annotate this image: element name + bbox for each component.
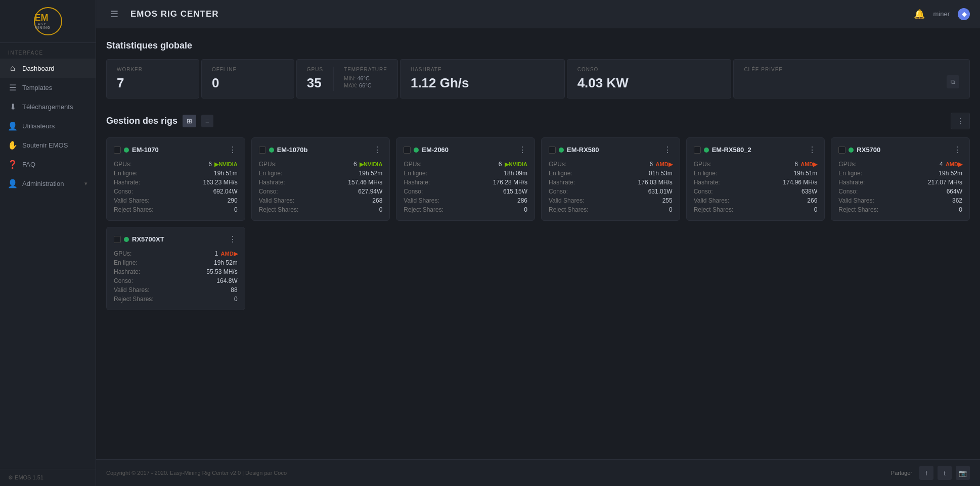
rigs-more-button[interactable]: ⋮ xyxy=(951,113,970,129)
admin-icon: 👤 xyxy=(8,179,17,188)
rig-stat-key-conso: Conso: xyxy=(838,188,858,195)
rig-stat-online: En ligne: 19h 51m xyxy=(694,170,818,177)
rig-stat-reject: Reject Shares: 0 xyxy=(404,206,527,213)
gpu-brand-badge: AMD▶ xyxy=(946,161,962,167)
rig-stat-online: En ligne: 01h 53m xyxy=(549,170,673,177)
rig-menu-button[interactable]: ⋮ xyxy=(228,145,238,155)
rig-stat-key-gpus: GPUs: xyxy=(838,161,856,168)
rig-stat-val-valid: 268 xyxy=(372,197,382,204)
stat-label-conso: CONSO xyxy=(577,67,721,72)
instagram-button[interactable]: 📷 xyxy=(956,466,970,480)
rig-stat-val-valid: 362 xyxy=(952,197,962,204)
sidebar-item-users[interactable]: 👤 Utilisateurs xyxy=(0,116,96,135)
rig-stat-val-reject: 0 xyxy=(669,206,673,213)
rig-status-dot xyxy=(559,148,564,153)
rig-checkbox[interactable] xyxy=(259,147,266,154)
rig-stat-val-gpus: 4 AMD▶ xyxy=(940,161,962,168)
rig-stat-valid: Valid Shares: 88 xyxy=(114,286,238,294)
bell-icon[interactable]: 🔔 xyxy=(914,9,925,20)
rig-card-header: RX5700 ⋮ xyxy=(838,145,962,155)
sidebar-item-templates[interactable]: ☰ Templates xyxy=(0,78,96,97)
rig-menu-button[interactable]: ⋮ xyxy=(228,234,238,244)
sidebar-item-label: Administration xyxy=(22,180,79,187)
rig-checkbox[interactable] xyxy=(838,147,845,154)
rig-menu-button[interactable]: ⋮ xyxy=(372,145,382,155)
rig-card-rx5700xt: RX5700XT ⋮ GPUs: 1 AMD▶ En ligne: 19h 52… xyxy=(106,227,245,310)
sidebar-item-administration[interactable]: 👤 Administration ▾ xyxy=(0,174,96,193)
rig-stats: GPUs: 6 AMD▶ En ligne: 01h 53m Hashrate:… xyxy=(549,161,673,213)
rig-menu-button[interactable]: ⋮ xyxy=(807,145,817,155)
rig-stat-key-reject: Reject Shares: xyxy=(404,206,443,213)
logo-em: EM xyxy=(35,13,61,22)
rig-name: EM-1070 xyxy=(132,146,225,154)
topbar-username[interactable]: miner xyxy=(933,10,950,18)
rig-stat-val-conso: 615.15W xyxy=(503,188,527,195)
sidebar-item-label: Dashboard xyxy=(22,65,87,72)
rig-stat-val-hashrate: 176.03 MH/s xyxy=(638,179,673,186)
rig-stat-val-hashrate: 55.53 MH/s xyxy=(206,268,237,275)
rig-stat-key-valid: Valid Shares: xyxy=(694,197,729,204)
rig-stat-val-conso: 664W xyxy=(947,188,962,195)
sidebar-item-support[interactable]: ✋ Soutenir EMOS xyxy=(0,135,96,155)
stat-value-worker: 7 xyxy=(117,75,189,91)
sidebar-section-label: INTERFACE xyxy=(0,43,96,59)
rig-card-em2060: EM-2060 ⋮ GPUs: 6 ▶NVIDIA En ligne: 18h … xyxy=(396,137,535,221)
rig-stat-val-hashrate: 163.23 MH/s xyxy=(203,179,238,186)
rig-stat-key-valid: Valid Shares: xyxy=(259,197,294,204)
stat-value-hashrate: 1.12 Gh/s xyxy=(411,75,554,91)
rig-checkbox[interactable] xyxy=(549,147,556,154)
home-icon: ⌂ xyxy=(8,64,17,73)
rig-menu-button[interactable]: ⋮ xyxy=(662,145,673,155)
rig-stats: GPUs: 4 AMD▶ En ligne: 19h 52m Hashrate:… xyxy=(838,161,962,213)
list-view-button[interactable]: ≡ xyxy=(201,115,213,127)
facebook-button[interactable]: f xyxy=(919,466,933,480)
rig-status-dot xyxy=(269,148,274,153)
main-content: ☰ EMOS RIG CENTER 🔔 miner ◆ Statistiques… xyxy=(96,0,980,486)
rig-card-emrx580_2: EM-RX580_2 ⋮ GPUs: 6 AMD▶ En ligne: 19h … xyxy=(686,137,825,221)
rig-stat-key-hashrate: Hashrate: xyxy=(549,179,575,186)
menu-toggle-button[interactable]: ☰ xyxy=(106,6,122,23)
rig-card-em1070b: EM-1070b ⋮ GPUs: 6 ▶NVIDIA En ligne: 19h… xyxy=(251,137,390,221)
sidebar-logo: EM EASY MINING xyxy=(0,0,96,43)
rig-stat-key-reject: Reject Shares: xyxy=(694,206,734,213)
rig-checkbox[interactable] xyxy=(114,236,121,243)
rig-card-emrx580: EM-RX580 ⋮ GPUs: 6 AMD▶ En ligne: 01h 53… xyxy=(541,137,680,221)
copy-button[interactable]: ⧉ xyxy=(947,75,959,88)
twitter-button[interactable]: t xyxy=(938,466,952,480)
rig-stat-conso: Conso: 692.04W xyxy=(114,188,238,195)
rig-status-dot xyxy=(124,148,129,153)
rigs-grid: EM-1070 ⋮ GPUs: 6 ▶NVIDIA En ligne: 19h … xyxy=(106,137,970,310)
sidebar-item-faq[interactable]: ❓ FAQ xyxy=(0,155,96,174)
sidebar-item-label: Utilisateurs xyxy=(22,122,87,130)
sidebar: EM EASY MINING INTERFACE ⌂ Dashboard ☰ T… xyxy=(0,0,96,486)
rig-stat-key-conso: Conso: xyxy=(114,277,133,284)
rig-name: RX5700 xyxy=(857,146,949,154)
rig-stat-conso: Conso: 631.01W xyxy=(549,188,673,195)
gpu-brand-badge: ▶NVIDIA xyxy=(360,161,382,167)
rig-stat-key-gpus: GPUs: xyxy=(114,161,131,168)
grid-view-button[interactable]: ⊞ xyxy=(183,115,196,127)
rig-status-dot xyxy=(704,148,709,153)
footer-social: Partager f t 📷 xyxy=(891,466,970,480)
rig-stat-key-reject: Reject Shares: xyxy=(259,206,299,213)
rig-checkbox[interactable] xyxy=(114,147,121,154)
rig-checkbox[interactable] xyxy=(404,147,411,154)
gpu-brand-badge: AMD▶ xyxy=(656,161,673,167)
rig-name: RX5700XT xyxy=(132,235,225,243)
logo: EM EASY MINING xyxy=(34,7,62,35)
rig-stat-key-online: En ligne: xyxy=(114,259,138,266)
rig-stat-val-conso: 631.01W xyxy=(648,188,673,195)
rig-stat-key-valid: Valid Shares: xyxy=(114,286,149,294)
stat-card-conso: CONSO 4.03 KW xyxy=(567,59,732,99)
share-label: Partager xyxy=(891,470,912,476)
rig-stat-conso: Conso: 664W xyxy=(838,188,962,195)
rig-status-dot xyxy=(414,148,419,153)
rig-menu-button[interactable]: ⋮ xyxy=(952,145,962,155)
rig-stat-key-reject: Reject Shares: xyxy=(549,206,589,213)
sidebar-item-downloads[interactable]: ⬇ Téléchargements xyxy=(0,97,96,116)
rig-menu-button[interactable]: ⋮ xyxy=(517,145,527,155)
rig-card-header: EM-1070 ⋮ xyxy=(114,145,238,155)
sidebar-item-dashboard[interactable]: ⌂ Dashboard xyxy=(0,59,96,78)
rig-checkbox[interactable] xyxy=(694,147,701,154)
rig-card-header: EM-1070b ⋮ xyxy=(259,145,383,155)
